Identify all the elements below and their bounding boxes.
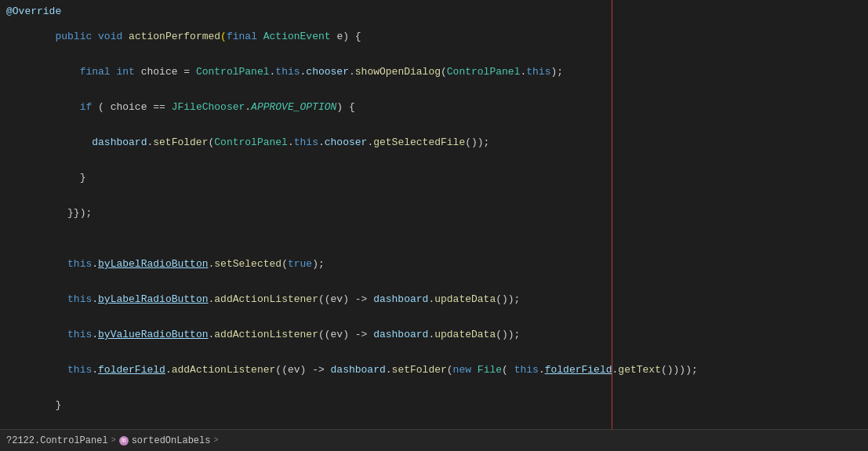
line-12: this.folderField.addActionListener((ev) …	[0, 352, 868, 387]
line-14	[0, 423, 868, 429]
file-name: ?2122.ControlPanel	[6, 435, 108, 446]
line-8	[0, 231, 868, 246]
line-4: if ( choice == JFileChooser.APPROVE_OPTI…	[0, 89, 868, 125]
line-5: dashboard.setFolder(ControlPanel.this.ch…	[0, 125, 868, 160]
method-icon: m	[119, 436, 129, 446]
line-1: @Override	[0, 3, 868, 19]
line-9: this.byLabelRadioButton.setSelected(true…	[0, 246, 868, 282]
editor-area: @Override public void actionPerformed(fi…	[0, 0, 868, 429]
line-10: this.byLabelRadioButton.addActionListene…	[0, 282, 868, 317]
status-bar: ?2122.ControlPanel > m sortedOnLabels >	[0, 429, 868, 451]
line-13: }	[0, 387, 868, 423]
line-6: }	[0, 160, 868, 195]
breadcrumb-chevron-1: >	[111, 436, 116, 445]
breadcrumb-chevron-2: >	[213, 436, 218, 445]
line-3: final int choice = ControlPanel.this.cho…	[0, 54, 868, 89]
line-7: }});	[0, 195, 868, 231]
line-11: this.byValueRadioButton.addActionListene…	[0, 317, 868, 352]
breadcrumb: ?2122.ControlPanel > m sortedOnLabels >	[6, 435, 218, 446]
method-name: sortedOnLabels	[132, 435, 211, 446]
line-2: public void actionPerformed(final Action…	[0, 19, 868, 54]
code-container: @Override public void actionPerformed(fi…	[0, 0, 868, 429]
